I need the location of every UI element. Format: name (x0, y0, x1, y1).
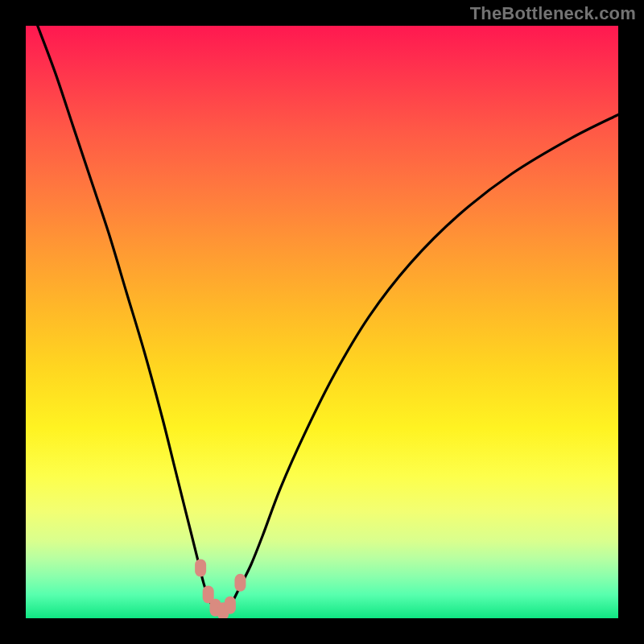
marker-dot (234, 574, 246, 592)
marker-dot (225, 597, 236, 614)
bottleneck-curve (38, 26, 618, 613)
curve-layer (26, 26, 618, 618)
watermark-text: TheBottleneck.com (470, 3, 636, 24)
curve-markers (195, 559, 246, 618)
marker-dot (195, 559, 206, 576)
chart-frame: TheBottleneck.com (0, 0, 644, 644)
plot-area (26, 26, 618, 618)
